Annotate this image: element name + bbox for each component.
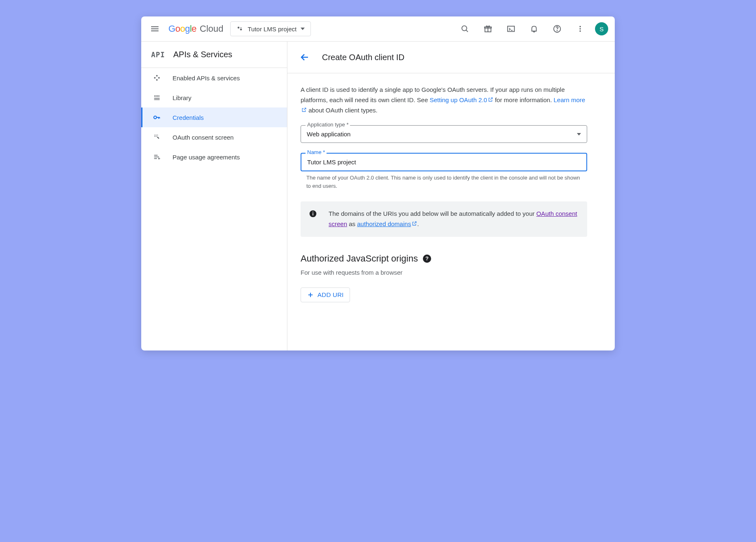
svg-point-32 <box>154 136 155 137</box>
consent-icon <box>153 133 161 141</box>
plus-icon <box>307 291 314 299</box>
svg-point-11 <box>557 30 558 31</box>
sidebar-item-oauth-consent[interactable]: OAuth consent screen <box>141 127 287 147</box>
cloud-shell-icon[interactable] <box>503 21 519 37</box>
help-circle-icon[interactable]: ? <box>423 255 431 263</box>
add-uri-label: ADD URI <box>317 291 344 298</box>
project-selector[interactable]: Tutor LMS project <box>230 21 311 36</box>
gift-icon[interactable] <box>480 21 496 37</box>
external-link-icon <box>412 221 417 226</box>
svg-rect-42 <box>313 213 313 216</box>
sidebar-item-label: Library <box>173 94 191 101</box>
authorized-domains-link[interactable]: authorized domains <box>357 220 417 227</box>
svg-point-2 <box>240 28 242 30</box>
svg-point-13 <box>579 28 581 29</box>
sidebar-item-label: OAuth consent screen <box>173 134 233 141</box>
svg-point-43 <box>313 212 313 213</box>
svg-rect-17 <box>158 77 160 79</box>
notifications-icon[interactable] <box>526 21 542 37</box>
sidebar-item-enabled-apis[interactable]: Enabled APIs & services <box>141 68 287 88</box>
helper-text: The name of your OAuth 2.0 client. This … <box>301 174 587 190</box>
info-icon <box>309 210 317 218</box>
svg-rect-18 <box>156 79 158 81</box>
intro-text: A client ID is used to identify a single… <box>301 85 587 115</box>
setup-oauth-link[interactable]: Setting up OAuth 2.0 <box>429 96 493 103</box>
caret-down-icon <box>301 28 305 30</box>
name-input[interactable] <box>301 153 587 171</box>
name-field: Name * The name of your OAuth 2.0 client… <box>301 153 587 190</box>
field-label: Name * <box>306 149 327 155</box>
svg-point-30 <box>156 135 156 136</box>
usage-icon <box>153 153 161 161</box>
external-link-icon <box>488 97 493 102</box>
main-header: Create OAuth client ID <box>287 42 615 73</box>
body: API APIs & Services Enabled APIs & servi… <box>141 42 615 350</box>
select-value: Web application <box>307 131 350 138</box>
api-icon: API <box>151 51 165 59</box>
svg-line-4 <box>466 30 468 32</box>
sidebar-header: API APIs & Services <box>141 42 287 68</box>
avatar[interactable]: S <box>595 22 608 35</box>
main-panel: Create OAuth client ID A client ID is us… <box>287 42 615 350</box>
sidebar-item-label: Credentials <box>173 114 204 121</box>
svg-line-40 <box>304 108 306 110</box>
project-name: Tutor LMS project <box>248 26 297 33</box>
svg-point-3 <box>462 26 467 31</box>
arrow-left-icon <box>300 52 310 62</box>
application-type-select[interactable]: Web application <box>301 125 587 143</box>
search-icon[interactable] <box>457 21 473 37</box>
info-box: The domains of the URIs you add below wi… <box>301 201 587 237</box>
svg-point-1 <box>240 27 241 28</box>
sidebar-item-label: Page usage agreements <box>173 154 240 161</box>
diamond-icon <box>153 74 161 82</box>
key-icon <box>153 113 161 121</box>
external-link-icon <box>301 107 307 112</box>
application-type-field: Application type * Web application <box>301 125 587 143</box>
project-icon <box>236 25 244 33</box>
caret-down-icon <box>577 133 581 136</box>
add-uri-button[interactable]: ADD URI <box>301 287 350 302</box>
sidebar-title: APIs & Services <box>173 50 232 59</box>
svg-point-33 <box>156 136 156 137</box>
svg-point-12 <box>579 26 581 27</box>
svg-point-37 <box>158 158 159 159</box>
info-text: The domains of the URIs you add below wi… <box>329 209 579 229</box>
sidebar-item-library[interactable]: Library <box>141 88 287 107</box>
sidebar: API APIs & Services Enabled APIs & servi… <box>141 42 287 350</box>
library-icon <box>153 93 161 102</box>
svg-rect-16 <box>154 77 156 79</box>
svg-line-39 <box>490 98 492 100</box>
page-title: Create OAuth client ID <box>322 53 404 62</box>
sidebar-item-credentials[interactable]: Credentials <box>141 107 287 127</box>
svg-point-29 <box>154 135 155 136</box>
section-title-js-origins: Authorized JavaScript origins ? <box>301 253 587 264</box>
sidebar-item-page-usage[interactable]: Page usage agreements <box>141 147 287 167</box>
svg-point-0 <box>238 27 240 29</box>
help-icon[interactable] <box>549 21 565 37</box>
svg-rect-15 <box>156 75 158 77</box>
google-cloud-logo[interactable]: Google Cloud <box>168 23 224 34</box>
app-window: Google Cloud Tutor LMS project S API API… <box>141 16 615 350</box>
svg-line-44 <box>414 222 416 224</box>
section-subtitle: For use with requests from a browser <box>301 269 587 276</box>
menu-icon[interactable] <box>148 23 162 35</box>
field-label: Application type * <box>306 121 350 128</box>
sidebar-item-label: Enabled APIs & services <box>173 75 240 82</box>
back-button[interactable] <box>297 50 312 65</box>
svg-point-31 <box>157 135 158 136</box>
more-icon[interactable] <box>572 21 588 37</box>
svg-point-14 <box>579 30 581 32</box>
content: A client ID is used to identify a single… <box>287 73 600 314</box>
top-bar: Google Cloud Tutor LMS project S <box>141 16 615 42</box>
svg-point-25 <box>154 116 157 119</box>
